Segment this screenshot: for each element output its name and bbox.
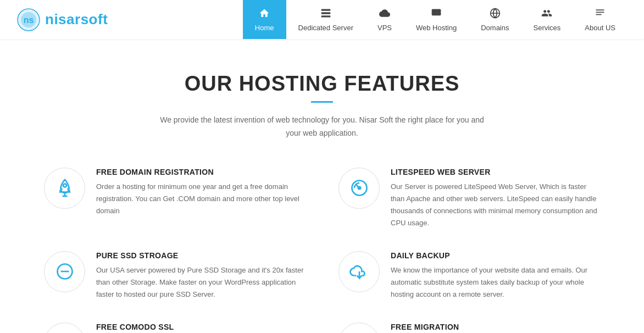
header: ns nisarsoft HomeDedicated ServerVPSWeb … [0,0,644,39]
nav-icon-domains [490,8,501,21]
feature-item-free-migration: FREE MIGRATION [338,323,600,333]
nav-icon-vps [379,8,390,21]
feature-content-daily-backup: DAILY BACKUPWe know the importance of yo… [391,251,600,301]
feature-title-free-domain: FREE DOMAIN REGISTRATION [96,168,306,176]
feature-icon-free-migration [338,323,380,333]
logo-icon: ns [16,8,41,32]
feature-title-free-ssl: FREE COMODO SSL [96,323,306,331]
section-heading: OUR HOSTING FEATURES [44,72,600,96]
nav-label-domains: Domains [481,24,509,32]
svg-text:ns: ns [24,15,34,25]
feature-item-free-ssl: FREE COMODO SSL [44,323,306,333]
nav-icon-web-hosting [431,8,442,21]
nav-label-home: Home [255,24,274,32]
feature-content-free-domain: FREE DOMAIN REGISTRATIONOrder a hosting … [96,168,306,217]
svg-point-9 [329,16,330,17]
feature-content-free-migration: FREE MIGRATION [391,323,600,333]
feature-item-daily-backup: DAILY BACKUPWe know the importance of yo… [338,251,600,301]
main-content: OUR HOSTING FEATURES We provide the late… [0,39,644,333]
logo-text: nisarsoft [45,11,108,28]
nav-item-dedicated-server[interactable]: Dedicated Server [286,0,365,39]
nav-item-vps[interactable]: VPS [365,0,404,39]
feature-icon-daily-backup [338,251,380,292]
svg-rect-13 [596,12,604,13]
feature-icon-free-domain [44,168,85,209]
nav-label-dedicated-server: Dedicated Server [298,24,353,32]
feature-icon-free-ssl [44,323,85,333]
nav-item-web-hosting[interactable]: Web Hosting [404,0,469,39]
section-heading-bold: FEATURES [344,72,459,95]
feature-content-free-ssl: FREE COMODO SSL [96,323,306,333]
nav-item-domains[interactable]: Domains [469,0,521,39]
feature-icon-litespeed [338,168,380,209]
nav-label-about-us: About US [585,24,615,32]
feature-desc-litespeed: Our Server is powered LiteSpeed Web Serv… [391,181,600,229]
svg-point-7 [329,9,330,10]
feature-desc-daily-backup: We know the importance of your website d… [391,264,600,301]
nav-label-vps: VPS [377,24,392,32]
svg-point-8 [329,13,330,14]
nav-label-web-hosting: Web Hosting [416,24,457,32]
nav-item-home[interactable]: Home [243,0,286,39]
nav-item-about-us[interactable]: About US [573,0,628,39]
section-title: OUR HOSTING FEATURES [44,72,600,96]
feature-desc-ssd-storage: Our USA server powered by Pure SSD Stora… [96,264,306,301]
title-underline [44,101,600,103]
feature-content-litespeed: LITESPEED WEB SERVEROur Server is powere… [391,168,600,229]
feature-desc-free-domain: Order a hosting for minimum one year and… [96,181,306,217]
feature-content-ssd-storage: PURE SSD STROAGEOur USA server powered b… [96,251,306,301]
svg-rect-14 [596,14,602,15]
svg-rect-10 [432,9,441,15]
feature-item-free-domain: FREE DOMAIN REGISTRATIONOrder a hosting … [44,168,306,229]
nav-icon-home [259,8,270,21]
nav-item-services[interactable]: Services [521,0,573,39]
feature-title-daily-backup: DAILY BACKUP [391,251,600,260]
nav-icon-services [541,8,552,21]
svg-point-17 [63,184,66,187]
feature-title-free-migration: FREE MIGRATION [391,323,600,331]
section-heading-normal: OUR HOSTING [185,72,345,95]
feature-title-ssd-storage: PURE SSD STROAGE [96,251,306,260]
main-nav: HomeDedicated ServerVPSWeb HostingDomain… [243,0,628,39]
feature-icon-ssd-storage [44,251,85,292]
nav-icon-about-us [595,8,606,21]
nav-icon-dedicated-server [320,8,331,21]
section-desc: We provide the latest invention of web t… [152,114,492,140]
nav-label-services: Services [533,24,560,32]
features-grid: FREE DOMAIN REGISTRATIONOrder a hosting … [44,168,600,333]
svg-point-19 [358,187,360,190]
logo: ns nisarsoft [16,8,108,32]
feature-title-litespeed: LITESPEED WEB SERVER [391,168,600,176]
feature-item-ssd-storage: PURE SSD STROAGEOur USA server powered b… [44,251,306,301]
feature-item-litespeed: LITESPEED WEB SERVEROur Server is powere… [338,168,600,229]
svg-rect-12 [596,9,604,10]
